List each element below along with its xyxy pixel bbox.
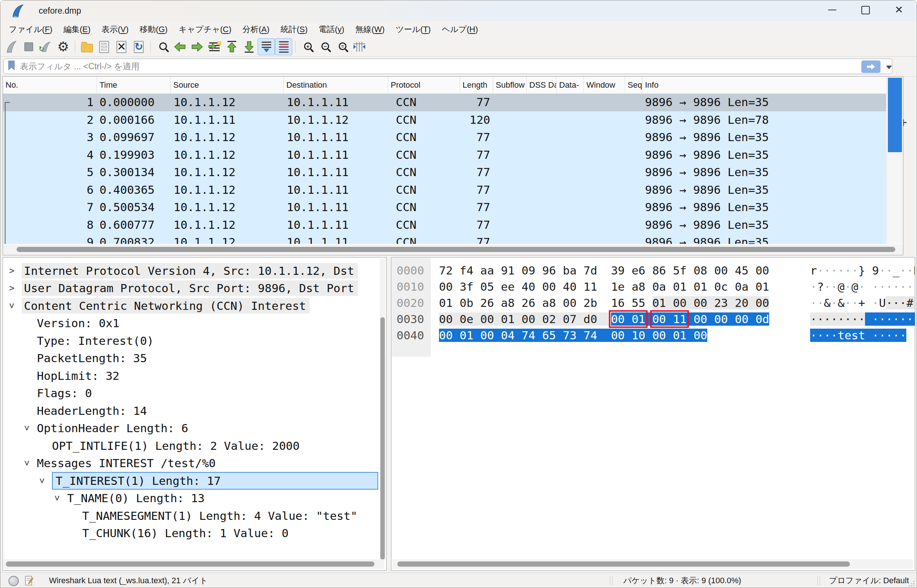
menu-view[interactable]: 表示(V) (96, 21, 134, 37)
details-vertical-scrollbar[interactable] (380, 258, 385, 561)
menu-file[interactable]: ファイル(F) (3, 21, 58, 37)
zoom-out-button[interactable] (316, 38, 333, 55)
packet-row-1[interactable]: 10.00000010.1.1.1210.1.1.11CCN779896 → 9… (3, 94, 886, 111)
menu-analyze[interactable]: 分析(A) (237, 21, 275, 37)
menu-edit[interactable]: 編集(E) (58, 21, 96, 37)
menu-help[interactable]: ヘルプ(H) (437, 21, 484, 37)
packet-row-7[interactable]: 70.50053410.1.1.1210.1.1.11CCN779896 → 9… (3, 199, 886, 216)
detail-row-13[interactable]: >T_NAME(0) Length: 13 (3, 489, 378, 507)
column-header-dss[interactable]: DSS Da (527, 77, 556, 93)
reload-file-button[interactable]: ↻ (130, 38, 147, 55)
column-header-source[interactable]: Source (171, 77, 284, 93)
scrollbar-thumb[interactable] (380, 317, 385, 560)
detail-row-14[interactable]: T_NAMESEGMENT(1) Length: 4 Value: "test" (3, 507, 378, 525)
status-profile[interactable]: プロファイル: Default (829, 573, 909, 588)
go-first-packet-button[interactable] (223, 38, 240, 55)
go-to-packet-button[interactable] (205, 38, 223, 55)
menu-go[interactable]: 移動(G) (134, 21, 173, 37)
find-packet-button[interactable] (154, 38, 171, 55)
detail-row-15[interactable]: T_CHUNK(16) Length: 1 Value: 0 (3, 525, 378, 542)
column-header-window[interactable]: Window (584, 77, 625, 93)
packet-row-8[interactable]: 80.60077710.1.1.1210.1.1.11CCN779896 → 9… (3, 216, 886, 234)
detail-row-1[interactable]: >User Datagram Protocol, Src Port: 9896,… (3, 279, 378, 297)
detail-row-11[interactable]: >Messages INTEREST /test/%0 (3, 455, 378, 472)
menu-capture[interactable]: キャプチャ(C) (173, 21, 237, 37)
detail-row-7[interactable]: Flags: 0 (3, 384, 378, 402)
packet-row-3[interactable]: 30.09969710.1.1.1210.1.1.11CCN779896 → 9… (3, 129, 886, 146)
column-header-time[interactable]: Time (97, 77, 171, 93)
resize-columns-button[interactable] (351, 38, 368, 55)
packet-row-5[interactable]: 50.30013410.1.1.1210.1.1.11CCN779896 → 9… (3, 163, 886, 181)
hex-row-0010[interactable]: 001000 3f 05 ee 40 00 40 11 1e a8 0a 01 … (391, 278, 915, 295)
packet-list-vertical-scrollbar[interactable] (886, 77, 903, 244)
go-forward-button[interactable] (188, 38, 205, 55)
packet-row-9[interactable]: 90.70083210.1.1.1210.1.1.11CCN779896 → 9… (3, 234, 886, 244)
expander-open-icon[interactable]: > (24, 458, 37, 468)
packet-row-2[interactable]: 20.00016610.1.1.1110.1.1.12CCN1209896 → … (3, 111, 886, 129)
column-header-seq[interactable]: Seq (625, 77, 642, 93)
packet-row-6[interactable]: 60.40036510.1.1.1210.1.1.11CCN779896 → 9… (3, 181, 886, 199)
colorize-toggle[interactable] (275, 38, 292, 55)
detail-row-0[interactable]: >Internet Protocol Version 4, Src: 10.1.… (3, 262, 378, 279)
scrollbar-thumb[interactable] (6, 562, 374, 567)
hex-row-0000[interactable]: 000072 f4 aa 91 09 96 ba 7d 39 e6 86 5f … (391, 262, 915, 278)
detail-row-8[interactable]: HeaderLength: 14 (3, 402, 378, 420)
packet-list-horizontal-scrollbar[interactable] (3, 244, 903, 255)
hex-row-0030[interactable]: 003000 0e 00 01 00 02 07 d0 00 01 00 11 … (391, 311, 915, 327)
packet-row-4[interactable]: 40.19990310.1.1.1210.1.1.11CCN779896 → 9… (3, 146, 886, 164)
expander-open-icon[interactable]: > (39, 476, 52, 486)
detail-row-12[interactable]: >T_INTEREST(1) Length: 17 (3, 472, 378, 489)
detail-row-9[interactable]: >OptionHeader Length: 6 (3, 420, 378, 437)
hex-row-0020[interactable]: 002001 0b 26 a8 26 a8 00 2b 16 55 01 00 … (391, 295, 915, 311)
detail-row-6[interactable]: HopLimit: 32 (3, 367, 378, 384)
scrollbar-thumb[interactable] (16, 247, 895, 252)
scrollbar-thumb[interactable] (397, 562, 850, 567)
zoom-in-button[interactable] (299, 38, 316, 55)
detail-row-5[interactable]: PacketLength: 35 (3, 350, 378, 367)
expander-open-icon[interactable]: > (24, 423, 37, 433)
capture-status-icon[interactable] (8, 576, 19, 586)
zoom-reset-button[interactable] (333, 38, 351, 55)
expander-open-icon[interactable]: > (9, 300, 22, 311)
auto-scroll-toggle[interactable] (258, 38, 275, 55)
apply-filter-button[interactable] (861, 60, 880, 73)
display-filter-input[interactable]: 表示フィルタ ... <Ctrl-/> を適用 (3, 58, 892, 74)
filter-dropdown-caret[interactable] (886, 66, 892, 69)
maximize-button[interactable] (854, 0, 877, 19)
column-header-protocol[interactable]: Protocol (388, 77, 460, 93)
open-file-button[interactable] (78, 38, 95, 55)
restart-capture-button[interactable]: ↻ (37, 38, 55, 55)
start-capture-button[interactable] (3, 38, 20, 55)
expander-closed-icon[interactable]: > (9, 266, 22, 276)
details-horizontal-scrollbar[interactable] (4, 559, 384, 569)
hex-horizontal-scrollbar[interactable] (392, 559, 912, 569)
menu-wireless[interactable]: 無線(W) (350, 21, 390, 37)
column-header-info[interactable]: Info (642, 77, 888, 93)
column-header-no[interactable]: No. (3, 77, 97, 93)
capture-options-button[interactable]: ⚙ (55, 38, 72, 55)
resize-grip[interactable] (909, 582, 914, 586)
detail-row-4[interactable]: Type: Interest(0) (3, 332, 378, 350)
menu-tools[interactable]: ツール(T) (390, 21, 437, 37)
menu-statistics[interactable]: 統計(S) (275, 21, 313, 37)
scrollbar-thumb[interactable] (888, 78, 902, 152)
detail-row-3[interactable]: Version: 0x1 (3, 315, 378, 332)
hex-row-0040[interactable]: 004000 01 00 04 74 65 73 74 00 10 00 01 … (391, 327, 915, 343)
expander-closed-icon[interactable]: > (9, 283, 22, 293)
save-file-button[interactable]: 010101100111 (95, 38, 113, 55)
column-header-subflow[interactable]: Subflow (493, 77, 527, 93)
column-header-destination[interactable]: Destination (284, 77, 388, 93)
column-header-data[interactable]: Data- (556, 77, 584, 93)
column-header-length[interactable]: Length (460, 77, 493, 93)
menu-telephony[interactable]: 電話(y) (313, 21, 350, 37)
detail-row-10[interactable]: OPT_INTLIFE(1) Length: 2 Value: 2000 (3, 437, 378, 455)
expert-info-icon[interactable] (25, 575, 34, 588)
go-last-packet-button[interactable] (240, 38, 258, 55)
close-button[interactable]: ✕ (887, 0, 911, 19)
bookmark-icon[interactable] (7, 60, 16, 73)
expander-open-icon[interactable]: > (55, 493, 67, 503)
stop-capture-button[interactable] (20, 38, 37, 55)
go-back-button[interactable] (171, 38, 188, 55)
detail-row-2[interactable]: >Content Centric Networking (CCN) Intere… (3, 297, 378, 315)
close-file-button[interactable]: ✕ (113, 38, 130, 55)
